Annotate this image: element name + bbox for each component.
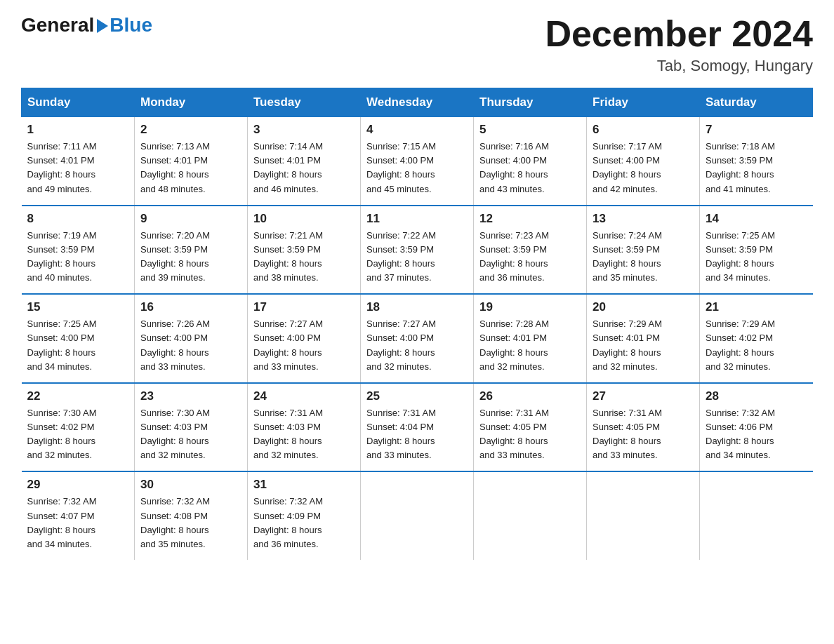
calendar-cell: 23Sunrise: 7:30 AMSunset: 4:03 PMDayligh…	[135, 383, 248, 472]
day-info: Sunrise: 7:19 AMSunset: 3:59 PMDaylight:…	[27, 229, 129, 286]
calendar-week-row: 29Sunrise: 7:32 AMSunset: 4:07 PMDayligh…	[22, 471, 813, 560]
day-number: 23	[140, 389, 241, 403]
day-info: Sunrise: 7:27 AMSunset: 4:00 PMDaylight:…	[366, 317, 468, 374]
calendar-cell: 28Sunrise: 7:32 AMSunset: 4:06 PMDayligh…	[700, 383, 813, 472]
day-number: 21	[706, 300, 807, 314]
calendar-cell: 19Sunrise: 7:28 AMSunset: 4:01 PMDayligh…	[474, 294, 587, 383]
logo-blue-text: Blue	[110, 14, 152, 36]
day-number: 25	[366, 389, 468, 403]
col-header-friday: Friday	[587, 88, 700, 117]
day-number: 10	[253, 212, 355, 226]
day-number: 12	[479, 212, 581, 226]
calendar-cell: 14Sunrise: 7:25 AMSunset: 3:59 PMDayligh…	[700, 206, 813, 295]
calendar-cell: 26Sunrise: 7:31 AMSunset: 4:05 PMDayligh…	[474, 383, 587, 472]
day-info: Sunrise: 7:32 AMSunset: 4:09 PMDaylight:…	[253, 495, 355, 551]
logo: General Blue	[21, 14, 152, 36]
day-info: Sunrise: 7:17 AMSunset: 4:00 PMDaylight:…	[593, 140, 694, 196]
day-number: 1	[27, 123, 129, 137]
day-info: Sunrise: 7:24 AMSunset: 3:59 PMDaylight:…	[593, 229, 694, 286]
day-info: Sunrise: 7:15 AMSunset: 4:00 PMDaylight:…	[366, 140, 468, 196]
calendar-cell: 16Sunrise: 7:26 AMSunset: 4:00 PMDayligh…	[135, 294, 248, 383]
calendar-cell: 2Sunrise: 7:13 AMSunset: 4:01 PMDaylight…	[135, 117, 248, 206]
day-info: Sunrise: 7:22 AMSunset: 3:59 PMDaylight:…	[366, 229, 468, 286]
calendar-cell: 15Sunrise: 7:25 AMSunset: 4:00 PMDayligh…	[22, 294, 135, 383]
day-info: Sunrise: 7:27 AMSunset: 4:00 PMDaylight:…	[253, 317, 355, 374]
calendar-cell: 4Sunrise: 7:15 AMSunset: 4:00 PMDaylight…	[361, 117, 474, 206]
day-number: 14	[706, 212, 807, 226]
page-header: General Blue December 2024 Tab, Somogy, …	[21, 14, 813, 75]
col-header-tuesday: Tuesday	[248, 88, 361, 117]
calendar-table: SundayMondayTuesdayWednesdayThursdayFrid…	[21, 88, 813, 560]
day-number: 7	[706, 123, 807, 137]
calendar-cell: 30Sunrise: 7:32 AMSunset: 4:08 PMDayligh…	[135, 471, 248, 560]
day-info: Sunrise: 7:31 AMSunset: 4:03 PMDaylight:…	[253, 406, 355, 463]
calendar-cell	[361, 471, 474, 560]
col-header-monday: Monday	[135, 88, 248, 117]
calendar-cell: 7Sunrise: 7:18 AMSunset: 3:59 PMDaylight…	[700, 117, 813, 206]
day-info: Sunrise: 7:32 AMSunset: 4:06 PMDaylight:…	[706, 406, 807, 463]
day-number: 11	[366, 212, 468, 226]
calendar-cell: 29Sunrise: 7:32 AMSunset: 4:07 PMDayligh…	[22, 471, 135, 560]
day-info: Sunrise: 7:16 AMSunset: 4:00 PMDaylight:…	[479, 140, 581, 196]
day-number: 16	[140, 300, 241, 314]
day-info: Sunrise: 7:20 AMSunset: 3:59 PMDaylight:…	[140, 229, 241, 286]
day-number: 2	[140, 123, 241, 137]
calendar-week-row: 1Sunrise: 7:11 AMSunset: 4:01 PMDaylight…	[22, 117, 813, 206]
calendar-cell: 31Sunrise: 7:32 AMSunset: 4:09 PMDayligh…	[248, 471, 361, 560]
day-info: Sunrise: 7:25 AMSunset: 3:59 PMDaylight:…	[706, 229, 807, 286]
day-number: 22	[27, 389, 129, 403]
calendar-cell: 20Sunrise: 7:29 AMSunset: 4:01 PMDayligh…	[587, 294, 700, 383]
calendar-cell: 27Sunrise: 7:31 AMSunset: 4:05 PMDayligh…	[587, 383, 700, 472]
day-info: Sunrise: 7:26 AMSunset: 4:00 PMDaylight:…	[140, 317, 241, 374]
logo-arrow-icon	[97, 19, 108, 33]
calendar-cell: 6Sunrise: 7:17 AMSunset: 4:00 PMDaylight…	[587, 117, 700, 206]
calendar-cell: 18Sunrise: 7:27 AMSunset: 4:00 PMDayligh…	[361, 294, 474, 383]
day-number: 15	[27, 300, 129, 314]
location-subtitle: Tab, Somogy, Hungary	[545, 57, 813, 75]
day-info: Sunrise: 7:31 AMSunset: 4:04 PMDaylight:…	[366, 406, 468, 463]
day-info: Sunrise: 7:29 AMSunset: 4:01 PMDaylight:…	[593, 317, 694, 374]
day-number: 19	[479, 300, 581, 314]
day-info: Sunrise: 7:11 AMSunset: 4:01 PMDaylight:…	[27, 140, 129, 196]
day-info: Sunrise: 7:25 AMSunset: 4:00 PMDaylight:…	[27, 317, 129, 374]
day-info: Sunrise: 7:32 AMSunset: 4:07 PMDaylight:…	[27, 495, 129, 551]
day-number: 18	[366, 300, 468, 314]
logo-general-text: General	[21, 14, 94, 36]
day-number: 30	[140, 478, 241, 492]
day-number: 28	[706, 389, 807, 403]
day-number: 8	[27, 212, 129, 226]
calendar-cell	[700, 471, 813, 560]
day-info: Sunrise: 7:29 AMSunset: 4:02 PMDaylight:…	[706, 317, 807, 374]
day-info: Sunrise: 7:31 AMSunset: 4:05 PMDaylight:…	[479, 406, 581, 463]
calendar-cell: 3Sunrise: 7:14 AMSunset: 4:01 PMDaylight…	[248, 117, 361, 206]
calendar-cell: 5Sunrise: 7:16 AMSunset: 4:00 PMDaylight…	[474, 117, 587, 206]
day-info: Sunrise: 7:21 AMSunset: 3:59 PMDaylight:…	[253, 229, 355, 286]
day-number: 3	[253, 123, 355, 137]
col-header-wednesday: Wednesday	[361, 88, 474, 117]
calendar-cell: 12Sunrise: 7:23 AMSunset: 3:59 PMDayligh…	[474, 206, 587, 295]
calendar-cell	[474, 471, 587, 560]
col-header-thursday: Thursday	[474, 88, 587, 117]
calendar-cell: 8Sunrise: 7:19 AMSunset: 3:59 PMDaylight…	[22, 206, 135, 295]
day-number: 24	[253, 389, 355, 403]
calendar-cell: 25Sunrise: 7:31 AMSunset: 4:04 PMDayligh…	[361, 383, 474, 472]
calendar-week-row: 8Sunrise: 7:19 AMSunset: 3:59 PMDaylight…	[22, 206, 813, 295]
calendar-cell: 24Sunrise: 7:31 AMSunset: 4:03 PMDayligh…	[248, 383, 361, 472]
day-number: 20	[593, 300, 694, 314]
day-number: 17	[253, 300, 355, 314]
calendar-header-row: SundayMondayTuesdayWednesdayThursdayFrid…	[22, 88, 813, 117]
calendar-cell	[587, 471, 700, 560]
calendar-cell: 9Sunrise: 7:20 AMSunset: 3:59 PMDaylight…	[135, 206, 248, 295]
calendar-cell: 21Sunrise: 7:29 AMSunset: 4:02 PMDayligh…	[700, 294, 813, 383]
day-number: 29	[27, 478, 129, 492]
calendar-cell: 22Sunrise: 7:30 AMSunset: 4:02 PMDayligh…	[22, 383, 135, 472]
title-area: December 2024 Tab, Somogy, Hungary	[545, 14, 813, 75]
day-number: 9	[140, 212, 241, 226]
day-info: Sunrise: 7:23 AMSunset: 3:59 PMDaylight:…	[479, 229, 581, 286]
calendar-week-row: 22Sunrise: 7:30 AMSunset: 4:02 PMDayligh…	[22, 383, 813, 472]
calendar-week-row: 15Sunrise: 7:25 AMSunset: 4:00 PMDayligh…	[22, 294, 813, 383]
calendar-cell: 1Sunrise: 7:11 AMSunset: 4:01 PMDaylight…	[22, 117, 135, 206]
day-number: 27	[593, 389, 694, 403]
day-info: Sunrise: 7:32 AMSunset: 4:08 PMDaylight:…	[140, 495, 241, 551]
month-title: December 2024	[545, 14, 813, 54]
